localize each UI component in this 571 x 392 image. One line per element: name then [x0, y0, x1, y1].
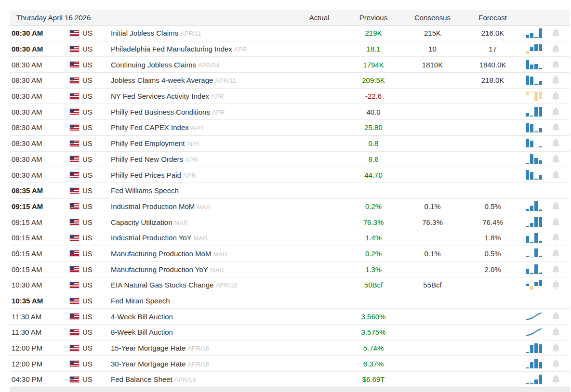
country-cell[interactable]: US	[68, 139, 111, 147]
bell-icon[interactable]	[552, 359, 560, 368]
bell-icon[interactable]	[552, 218, 560, 227]
bell-icon[interactable]	[552, 312, 560, 321]
country-cell[interactable]: US	[68, 92, 111, 100]
country-cell[interactable]: US	[68, 218, 111, 226]
table-row[interactable]: 11:30 AM US 8-Week Bill Auction 3.575%	[10, 325, 570, 340]
event-name[interactable]: Manufacturing Production YoY	[111, 265, 208, 274]
country-cell[interactable]: US	[68, 202, 111, 210]
event-name-cell[interactable]: Fed Balance SheetAPR/15	[111, 375, 294, 383]
country-cell[interactable]: US	[68, 297, 111, 305]
event-name-cell[interactable]: 30-Year Mortgage RateAPR/16	[111, 360, 294, 368]
event-name-cell[interactable]: Capacity UtilizationMAR	[111, 218, 294, 226]
table-row[interactable]: 12:00 PM US 30-Year Mortgage RateAPR/16 …	[10, 356, 570, 372]
table-row[interactable]: 08:30 AM US Philly Fed Prices PaidAPR 44…	[10, 167, 570, 183]
country-cell[interactable]: US	[68, 265, 111, 274]
event-name[interactable]: Continuing Jobless Claims	[111, 61, 196, 69]
bell-icon[interactable]	[552, 76, 560, 85]
table-row[interactable]: 12:00 PM US 15-Year Mortgage RateAPR/16 …	[10, 340, 570, 356]
event-name-cell[interactable]: Philly Fed CAPEX IndexAPR	[111, 123, 294, 131]
table-row[interactable]: 08:30 AM US Philly Fed New OrdersAPR 8.6	[10, 152, 570, 168]
event-name[interactable]: 4-Week Bill Auction	[111, 313, 173, 321]
country-cell[interactable]: US	[68, 45, 111, 53]
event-name-cell[interactable]: NY Fed Services Activity IndexAPR	[111, 92, 294, 100]
bell-icon[interactable]	[552, 233, 560, 242]
event-name-cell[interactable]: Fed Miran Speech	[111, 297, 294, 305]
table-row[interactable]: 08:30 AM US Philly Fed Business Conditio…	[10, 104, 570, 120]
event-name-cell[interactable]: 8-Week Bill Auction	[111, 328, 294, 336]
table-row[interactable]: 08:30 AM US Initial Jobless ClaimsAPR/11…	[10, 26, 570, 41]
event-name[interactable]: Philly Fed CAPEX Index	[111, 123, 189, 131]
event-name-cell[interactable]: Philly Fed Prices PaidAPR	[111, 171, 294, 179]
event-name[interactable]: Philadelphia Fed Manufacturing Index	[111, 45, 232, 53]
table-row[interactable]: 10:35 AM US Fed Miran Speech	[10, 293, 570, 309]
event-name[interactable]: Initial Jobless Claims	[111, 29, 178, 37]
event-name-cell[interactable]: Industrial Production MoMMAR	[111, 202, 294, 210]
bell-icon[interactable]	[552, 28, 560, 38]
table-row[interactable]: 09:15 AM US Manufacturing Production YoY…	[10, 261, 570, 277]
country-cell[interactable]: US	[68, 76, 111, 84]
country-cell[interactable]: US	[68, 344, 111, 352]
bell-icon[interactable]	[552, 170, 560, 180]
event-name[interactable]: EIA Natural Gas Stocks Change	[111, 281, 213, 289]
country-cell[interactable]: US	[68, 313, 111, 321]
bell-icon[interactable]	[552, 107, 560, 117]
event-name-cell[interactable]: Jobless Claims 4-week AverageAPR/11	[111, 76, 294, 84]
event-name[interactable]: Industrial Production MoM	[111, 202, 195, 210]
event-name[interactable]: Fed Williams Speech	[111, 186, 179, 195]
table-row[interactable]: 11:30 AM US 4-Week Bill Auction 3.560%	[10, 309, 570, 325]
table-row[interactable]: 09:15 AM US Manufacturing Production MoM…	[10, 246, 570, 262]
country-cell[interactable]: US	[68, 108, 111, 116]
event-name-cell[interactable]: Manufacturing Production MoMMAR	[111, 249, 294, 258]
event-name[interactable]: Philly Fed Business Conditions	[111, 108, 210, 116]
event-name-cell[interactable]: Industrial Production YoYMAR	[111, 234, 294, 242]
event-name[interactable]: 15-Year Mortgage Rate	[111, 344, 186, 352]
bell-icon[interactable]	[552, 123, 560, 132]
country-cell[interactable]: US	[68, 375, 111, 383]
bell-icon[interactable]	[552, 249, 560, 258]
event-name-cell[interactable]: EIA Natural Gas Stocks ChangeAPR/10	[111, 281, 294, 289]
country-cell[interactable]: US	[68, 186, 111, 195]
event-name-cell[interactable]: Continuing Jobless ClaimsAPR/04	[111, 61, 294, 69]
event-name[interactable]: Fed Balance Sheet	[111, 375, 173, 383]
country-cell[interactable]: US	[68, 155, 111, 163]
event-name[interactable]: Manufacturing Production MoM	[111, 249, 211, 258]
event-name-cell[interactable]: 15-Year Mortgage RateAPR/16	[111, 344, 294, 352]
table-row[interactable]: 10:30 AM US EIA Natural Gas Stocks Chang…	[10, 277, 570, 293]
event-name[interactable]: NY Fed Services Activity Index	[111, 92, 209, 100]
event-name[interactable]: 30-Year Mortgage Rate	[111, 360, 186, 368]
table-row[interactable]: 08:30 AM US Jobless Claims 4-week Averag…	[10, 73, 570, 89]
country-cell[interactable]: US	[68, 171, 111, 179]
event-name-cell[interactable]: Philadelphia Fed Manufacturing IndexAPR	[111, 45, 294, 53]
table-row[interactable]: 09:15 AM US Industrial Production YoYMAR…	[10, 230, 570, 246]
event-name[interactable]: Capacity Utilization	[111, 218, 173, 226]
table-row[interactable]: 08:30 AM US NY Fed Services Activity Ind…	[10, 89, 570, 105]
event-name[interactable]: Industrial Production YoY	[111, 234, 192, 242]
event-name[interactable]: Philly Fed New Orders	[111, 155, 183, 163]
bell-icon[interactable]	[552, 202, 560, 211]
event-name[interactable]: Jobless Claims 4-week Average	[111, 76, 213, 84]
event-name-cell[interactable]: 4-Week Bill Auction	[111, 313, 294, 321]
country-cell[interactable]: US	[68, 360, 111, 368]
country-cell[interactable]: US	[68, 328, 111, 336]
bell-icon[interactable]	[552, 44, 560, 53]
table-row[interactable]: 08:30 AM US Philadelphia Fed Manufacturi…	[10, 41, 570, 57]
event-name[interactable]: Philly Fed Prices Paid	[111, 171, 181, 179]
bell-icon[interactable]	[552, 91, 560, 101]
bell-icon[interactable]	[552, 139, 560, 148]
event-name-cell[interactable]: Initial Jobless ClaimsAPR/11	[111, 29, 294, 37]
table-row[interactable]: 08:30 AM US Continuing Jobless ClaimsAPR…	[10, 57, 570, 73]
bell-icon[interactable]	[552, 327, 560, 337]
event-name[interactable]: Philly Fed Employment	[111, 139, 185, 147]
country-cell[interactable]: US	[68, 249, 111, 258]
bell-icon[interactable]	[552, 155, 560, 164]
country-cell[interactable]: US	[68, 123, 111, 131]
event-name[interactable]: 8-Week Bill Auction	[111, 328, 173, 336]
bell-icon[interactable]	[552, 343, 560, 353]
event-name[interactable]: Fed Miran Speech	[111, 297, 170, 305]
country-cell[interactable]: US	[68, 281, 111, 289]
bell-icon[interactable]	[552, 280, 560, 289]
country-cell[interactable]: US	[68, 61, 111, 69]
table-row[interactable]: 09:15 AM US Capacity UtilizationMAR 76.3…	[10, 214, 570, 230]
country-cell[interactable]: US	[68, 29, 111, 37]
event-name-cell[interactable]: Manufacturing Production YoYMAR	[111, 265, 294, 274]
